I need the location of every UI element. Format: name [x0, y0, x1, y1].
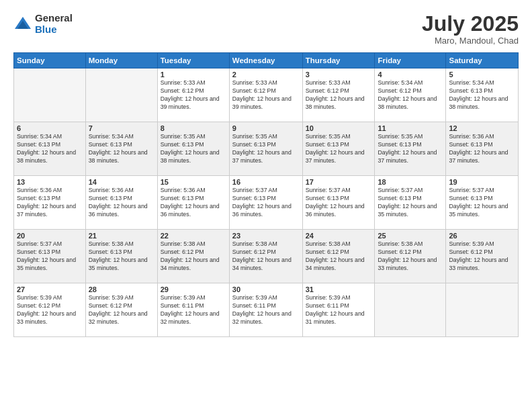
day-number: 6: [17, 124, 83, 132]
day-info: Sunrise: 5:37 AM Sunset: 6:13 PM Dayligh…: [449, 187, 515, 219]
day-info: Sunrise: 5:37 AM Sunset: 6:13 PM Dayligh…: [306, 187, 372, 219]
day-info: Sunrise: 5:37 AM Sunset: 6:13 PM Dayligh…: [232, 187, 300, 219]
title-location: Maro, Mandoul, Chad: [422, 36, 519, 46]
day-number: 7: [89, 124, 154, 132]
table-row: 20Sunrise: 5:37 AM Sunset: 6:13 PM Dayli…: [14, 230, 86, 283]
day-info: Sunrise: 5:39 AM Sunset: 6:11 PM Dayligh…: [161, 294, 226, 326]
table-row: 30Sunrise: 5:39 AM Sunset: 6:11 PM Dayli…: [229, 283, 302, 337]
header-sunday: Sunday: [14, 53, 86, 68]
day-info: Sunrise: 5:39 AM Sunset: 6:12 PM Dayligh…: [449, 240, 515, 273]
day-number: 14: [89, 178, 154, 186]
day-info: Sunrise: 5:36 AM Sunset: 6:13 PM Dayligh…: [161, 187, 226, 219]
table-row: 9Sunrise: 5:35 AM Sunset: 6:13 PM Daylig…: [229, 122, 302, 176]
table-row: 18Sunrise: 5:37 AM Sunset: 6:13 PM Dayli…: [375, 176, 446, 230]
day-number: 1: [161, 71, 226, 79]
day-info: Sunrise: 5:35 AM Sunset: 6:13 PM Dayligh…: [306, 133, 372, 165]
table-row: 14Sunrise: 5:36 AM Sunset: 6:13 PM Dayli…: [85, 176, 157, 230]
day-number: 30: [232, 285, 300, 293]
day-number: 22: [161, 232, 226, 240]
table-row: 19Sunrise: 5:37 AM Sunset: 6:13 PM Dayli…: [446, 176, 519, 230]
day-number: 25: [378, 232, 443, 240]
day-info: Sunrise: 5:38 AM Sunset: 6:12 PM Dayligh…: [306, 240, 372, 273]
table-row: 28Sunrise: 5:39 AM Sunset: 6:12 PM Dayli…: [85, 283, 157, 337]
table-row: 16Sunrise: 5:37 AM Sunset: 6:13 PM Dayli…: [229, 176, 302, 230]
table-row: 25Sunrise: 5:38 AM Sunset: 6:12 PM Dayli…: [375, 230, 446, 283]
day-info: Sunrise: 5:37 AM Sunset: 6:13 PM Dayligh…: [378, 187, 443, 219]
table-row: 12Sunrise: 5:36 AM Sunset: 6:13 PM Dayli…: [446, 122, 519, 176]
header: General Blue July 2025 Maro, Mandoul, Ch…: [13, 12, 519, 46]
header-thursday: Thursday: [302, 53, 375, 68]
table-row: 24Sunrise: 5:38 AM Sunset: 6:12 PM Dayli…: [302, 230, 375, 283]
header-saturday: Saturday: [446, 53, 519, 68]
day-info: Sunrise: 5:38 AM Sunset: 6:12 PM Dayligh…: [232, 240, 300, 273]
table-row: 7Sunrise: 5:34 AM Sunset: 6:13 PM Daylig…: [85, 122, 157, 176]
day-info: Sunrise: 5:34 AM Sunset: 6:12 PM Dayligh…: [378, 79, 443, 111]
day-info: Sunrise: 5:36 AM Sunset: 6:13 PM Dayligh…: [89, 187, 154, 219]
table-row: 8Sunrise: 5:35 AM Sunset: 6:13 PM Daylig…: [157, 122, 229, 176]
day-info: Sunrise: 5:36 AM Sunset: 6:13 PM Dayligh…: [17, 187, 83, 219]
day-info: Sunrise: 5:33 AM Sunset: 6:12 PM Dayligh…: [161, 79, 226, 111]
table-row: 3Sunrise: 5:33 AM Sunset: 6:12 PM Daylig…: [302, 68, 375, 122]
day-info: Sunrise: 5:39 AM Sunset: 6:12 PM Dayligh…: [89, 294, 154, 326]
page: General Blue July 2025 Maro, Mandoul, Ch…: [0, 0, 532, 411]
day-info: Sunrise: 5:34 AM Sunset: 6:13 PM Dayligh…: [449, 79, 515, 111]
day-info: Sunrise: 5:36 AM Sunset: 6:13 PM Dayligh…: [449, 133, 515, 165]
table-row: 1Sunrise: 5:33 AM Sunset: 6:12 PM Daylig…: [157, 68, 229, 122]
calendar-week-row: 1Sunrise: 5:33 AM Sunset: 6:12 PM Daylig…: [14, 68, 519, 122]
table-row: 6Sunrise: 5:34 AM Sunset: 6:13 PM Daylig…: [14, 122, 86, 176]
table-row: 21Sunrise: 5:38 AM Sunset: 6:13 PM Dayli…: [85, 230, 157, 283]
day-info: Sunrise: 5:39 AM Sunset: 6:12 PM Dayligh…: [17, 294, 83, 326]
day-number: 4: [378, 71, 443, 79]
table-row: 22Sunrise: 5:38 AM Sunset: 6:12 PM Dayli…: [157, 230, 229, 283]
table-row: 17Sunrise: 5:37 AM Sunset: 6:13 PM Dayli…: [302, 176, 375, 230]
table-row: 31Sunrise: 5:39 AM Sunset: 6:11 PM Dayli…: [302, 283, 375, 337]
weekday-header-row: Sunday Monday Tuesday Wednesday Thursday…: [14, 53, 519, 68]
table-row: 2Sunrise: 5:33 AM Sunset: 6:12 PM Daylig…: [229, 68, 302, 122]
day-number: 16: [232, 178, 300, 186]
header-friday: Friday: [375, 53, 446, 68]
header-monday: Monday: [85, 53, 157, 68]
day-number: 5: [449, 71, 515, 79]
day-info: Sunrise: 5:38 AM Sunset: 6:13 PM Dayligh…: [89, 240, 154, 273]
day-number: 8: [161, 124, 226, 132]
logo: General Blue: [13, 12, 73, 36]
title-block: July 2025 Maro, Mandoul, Chad: [422, 12, 519, 46]
title-month: July 2025: [422, 12, 519, 36]
day-number: 17: [306, 178, 372, 186]
day-info: Sunrise: 5:38 AM Sunset: 6:12 PM Dayligh…: [378, 240, 443, 273]
day-number: 24: [306, 232, 372, 240]
header-wednesday: Wednesday: [229, 53, 302, 68]
day-number: 27: [17, 285, 83, 293]
logo-text: General Blue: [35, 12, 73, 36]
table-row: 4Sunrise: 5:34 AM Sunset: 6:12 PM Daylig…: [375, 68, 446, 122]
day-number: 15: [161, 178, 226, 186]
table-row: [85, 68, 157, 122]
day-number: 21: [89, 232, 154, 240]
header-tuesday: Tuesday: [157, 53, 229, 68]
day-number: 19: [449, 178, 515, 186]
day-info: Sunrise: 5:35 AM Sunset: 6:13 PM Dayligh…: [232, 133, 300, 165]
day-info: Sunrise: 5:34 AM Sunset: 6:13 PM Dayligh…: [17, 133, 83, 165]
table-row: 13Sunrise: 5:36 AM Sunset: 6:13 PM Dayli…: [14, 176, 86, 230]
table-row: 11Sunrise: 5:35 AM Sunset: 6:13 PM Dayli…: [375, 122, 446, 176]
day-number: 29: [161, 285, 226, 293]
day-number: 12: [449, 124, 515, 132]
day-number: 31: [306, 285, 372, 293]
day-number: 3: [306, 71, 372, 79]
day-info: Sunrise: 5:39 AM Sunset: 6:11 PM Dayligh…: [306, 294, 372, 326]
day-number: 23: [232, 232, 300, 240]
table-row: 10Sunrise: 5:35 AM Sunset: 6:13 PM Dayli…: [302, 122, 375, 176]
logo-icon: [13, 14, 32, 33]
table-row: 15Sunrise: 5:36 AM Sunset: 6:13 PM Dayli…: [157, 176, 229, 230]
day-info: Sunrise: 5:35 AM Sunset: 6:13 PM Dayligh…: [161, 133, 226, 165]
calendar: Sunday Monday Tuesday Wednesday Thursday…: [13, 52, 519, 337]
day-number: 26: [449, 232, 515, 240]
day-info: Sunrise: 5:38 AM Sunset: 6:12 PM Dayligh…: [161, 240, 226, 273]
day-info: Sunrise: 5:33 AM Sunset: 6:12 PM Dayligh…: [232, 79, 300, 111]
day-info: Sunrise: 5:39 AM Sunset: 6:11 PM Dayligh…: [232, 294, 300, 326]
table-row: [14, 68, 86, 122]
day-number: 9: [232, 124, 300, 132]
calendar-week-row: 13Sunrise: 5:36 AM Sunset: 6:13 PM Dayli…: [14, 176, 519, 230]
calendar-week-row: 27Sunrise: 5:39 AM Sunset: 6:12 PM Dayli…: [14, 283, 519, 337]
day-number: 10: [306, 124, 372, 132]
